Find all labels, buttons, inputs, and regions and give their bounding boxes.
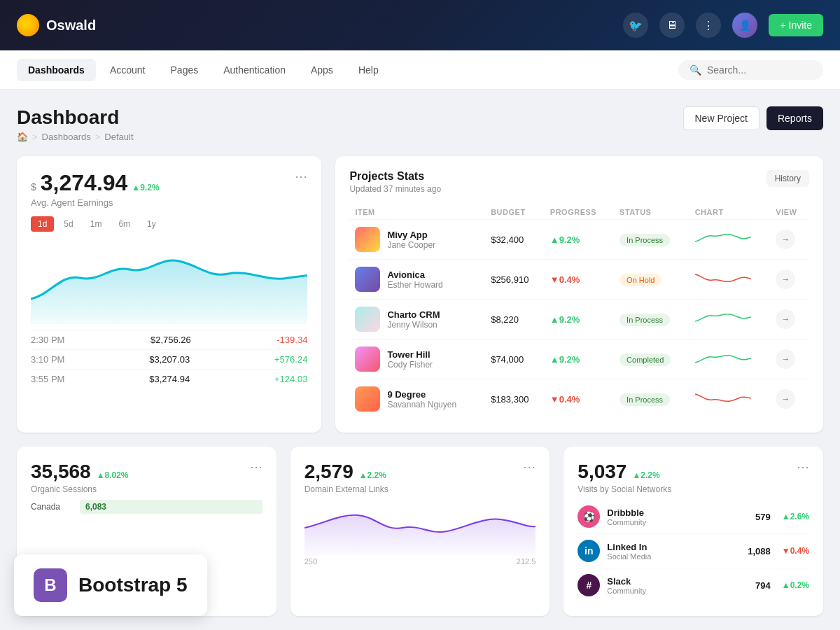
slack-type: Community xyxy=(607,587,748,595)
table-row: Mivy App Jane Cooper $32,400 ▲9.2% In Pr… xyxy=(349,220,809,260)
chart-label-250: 250 xyxy=(304,557,317,566)
time-btn-6m[interactable]: 6m xyxy=(111,216,137,232)
nav-item-apps[interactable]: Apps xyxy=(300,59,344,81)
time-filters: 1d 5d 1m 6m 1y xyxy=(31,216,307,232)
organic-number: 35,568 xyxy=(31,461,91,483)
nav-item-help[interactable]: Help xyxy=(347,59,390,81)
table-row: Tower Hill Cody Fisher $74,000 ▲9.2% Com… xyxy=(349,340,809,379)
earnings-amount: $ 3,274.94 ▲9.2% xyxy=(31,170,160,196)
earnings-title-area: $ 3,274.94 ▲9.2% Avg. Agent Earnings xyxy=(31,170,160,208)
logo-text: Oswald xyxy=(46,18,96,34)
col-progress: PROGRESS xyxy=(545,205,614,220)
organic-badge: ▲8.02% xyxy=(97,470,129,480)
chart-avionica xyxy=(695,267,751,288)
bird-icon-btn[interactable]: 🐦 xyxy=(623,13,648,38)
view-btn-avionica[interactable]: → xyxy=(776,270,795,289)
social-item-linkedin: in Linked In Social Media 1,088 ▼0.4% xyxy=(578,534,809,568)
breadcrumb-default: Default xyxy=(104,132,133,142)
status-tower: Completed xyxy=(620,354,671,366)
social-label: Visits by Social Networks xyxy=(578,484,671,494)
new-project-button[interactable]: New Project xyxy=(683,106,760,130)
time-btn-1m[interactable]: 1m xyxy=(83,216,109,232)
domain-label: Domain External Links xyxy=(304,484,388,494)
view-btn-tower[interactable]: → xyxy=(776,349,795,369)
breadcrumb-home-icon: 🏠 xyxy=(17,132,28,142)
nav-item-dashboards[interactable]: Dashboards xyxy=(17,59,96,81)
slack-icon: # xyxy=(578,574,600,596)
stat-time-2: 3:10 PM xyxy=(31,354,64,365)
page-actions: New Project Reports xyxy=(683,106,824,130)
history-button[interactable]: History xyxy=(766,170,809,187)
top-cards-grid: $ 3,274.94 ▲9.2% Avg. Agent Earnings ⋯ 1… xyxy=(17,156,823,433)
view-btn-9degree[interactable]: → xyxy=(776,389,795,409)
progress-9degree: ▼0.4% xyxy=(550,394,580,405)
earnings-value: 3,274.94 xyxy=(41,170,128,196)
project-avatar-charto xyxy=(355,307,380,332)
time-btn-1d[interactable]: 1d xyxy=(31,216,54,232)
invite-button[interactable]: + Invite xyxy=(769,14,823,36)
project-user-9degree: Savannah Nguyen xyxy=(387,400,456,410)
table-row: Charto CRM Jenny Wilson $8,220 ▲9.2% In … xyxy=(349,300,809,340)
slack-info: Slack Community xyxy=(607,576,748,595)
progress-avionica: ▼0.4% xyxy=(550,274,580,285)
breadcrumb: 🏠 > Dashboards > Default xyxy=(17,132,134,142)
monitor-icon-btn[interactable]: 🖥 xyxy=(659,13,685,38)
social-more-btn[interactable]: ⋯ xyxy=(797,461,809,473)
col-item: ITEM xyxy=(349,205,485,220)
dribbble-count: 579 xyxy=(755,512,771,522)
canada-bar: 6,083 xyxy=(80,500,262,514)
social-card: 5,037 ▲2.2% Visits by Social Networks ⋯ … xyxy=(564,447,823,616)
domain-chart xyxy=(304,500,536,556)
search-bar[interactable]: 🔍 xyxy=(678,60,823,80)
linkedin-badge: ▼0.4% xyxy=(782,546,809,556)
linkedin-name: Linked In xyxy=(607,542,741,552)
dribbble-info: Dribbble Community xyxy=(607,507,748,526)
status-charto: In Process xyxy=(620,314,670,326)
time-btn-5d[interactable]: 5d xyxy=(57,216,80,232)
reports-button[interactable]: Reports xyxy=(766,106,823,130)
stat-value-2: $3,207.03 xyxy=(149,354,190,365)
project-name-9degree: 9 Degree xyxy=(387,389,456,400)
more-options-button[interactable]: ⋯ xyxy=(295,170,307,183)
linkedin-icon: in xyxy=(578,540,600,562)
page-header: Dashboard 🏠 > Dashboards > Default New P… xyxy=(17,106,823,142)
organic-more-btn[interactable]: ⋯ xyxy=(250,461,262,473)
stat-row-3: 3:55 PM $3,274.94 +124.03 xyxy=(31,369,307,388)
domain-more-btn[interactable]: ⋯ xyxy=(523,461,536,473)
domain-number: 2,579 xyxy=(304,461,354,483)
progress-mivy: ▲9.2% xyxy=(550,234,580,245)
col-view: VIEW xyxy=(770,205,809,220)
time-btn-1y[interactable]: 1y xyxy=(140,216,163,232)
project-user-avionica: Esther Howard xyxy=(387,280,442,290)
chart-label-2125: 212.5 xyxy=(517,557,536,566)
budget-mivy: $32,400 xyxy=(491,234,524,245)
nav-item-authentication[interactable]: Authentication xyxy=(212,59,297,81)
nav-item-account[interactable]: Account xyxy=(99,59,157,81)
budget-charto: $8,220 xyxy=(491,314,519,325)
search-input[interactable] xyxy=(707,64,812,76)
dribbble-type: Community xyxy=(607,518,748,526)
table-row: Avionica Esther Howard $256,910 ▼0.4% On… xyxy=(349,260,809,300)
stat-value-1: $2,756.26 xyxy=(150,335,191,345)
share-icon-btn[interactable]: ⋮ xyxy=(696,13,721,38)
view-btn-charto[interactable]: → xyxy=(776,309,795,329)
project-name-tower: Tower Hill xyxy=(387,349,433,360)
nav-item-pages[interactable]: Pages xyxy=(160,59,210,81)
bootstrap-icon: B xyxy=(34,568,67,602)
project-info-9degree: 9 Degree Savannah Nguyen xyxy=(355,386,479,412)
projects-header: Projects Stats Updated 37 minutes ago Hi… xyxy=(349,170,809,194)
canada-label: Canada xyxy=(31,502,73,512)
project-name-mivy: Mivy App xyxy=(387,230,435,240)
view-btn-mivy[interactable]: → xyxy=(776,230,795,249)
project-user-tower: Cody Fisher xyxy=(387,360,433,370)
status-mivy: In Process xyxy=(620,234,670,246)
linkedin-count: 1,088 xyxy=(748,546,771,556)
avatar[interactable]: 👤 xyxy=(732,13,757,38)
budget-avionica: $256,910 xyxy=(491,274,528,285)
earnings-chart xyxy=(31,240,307,324)
col-budget: BUDGET xyxy=(485,205,545,220)
earnings-subtitle: Avg. Agent Earnings xyxy=(31,197,160,208)
linkedin-type: Social Media xyxy=(607,552,741,561)
logo-area: Oswald xyxy=(17,14,96,36)
project-user-charto: Jenny Wilson xyxy=(387,320,440,330)
